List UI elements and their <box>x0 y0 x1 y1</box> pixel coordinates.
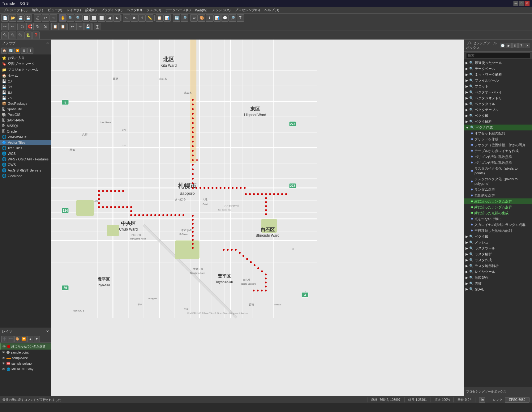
menu-vector[interactable]: ベクタ(O) <box>125 7 144 13</box>
tool-group-file-header[interactable]: ▶ 🔍 ファイルツール <box>464 78 532 83</box>
browser-item-e[interactable]: 💾E:\ <box>0 90 51 95</box>
layer-visibility-toggle[interactable]: 👁 <box>2 367 5 371</box>
next-extent-btn[interactable]: ▶ <box>113 14 121 22</box>
layer-item-sample-line[interactable]: 👁 sample-line <box>0 355 51 361</box>
browser-properties-btn[interactable]: ℹ <box>27 48 33 54</box>
tool-group-database-header[interactable]: ▶ 🔍 データベース <box>464 66 532 72</box>
field-calc-btn[interactable]: ∑ <box>94 23 101 30</box>
plugin3-btn[interactable]: 🔌 <box>17 32 24 39</box>
browser-item-d[interactable]: 💾D:\ <box>0 84 51 90</box>
redo2-btn[interactable]: ↪ <box>76 23 84 30</box>
node-btn[interactable]: ⬡ <box>19 23 26 30</box>
browser-item-favorites[interactable]: ⭐お気に入り <box>0 55 51 61</box>
pan-btn[interactable]: ✋ <box>59 14 66 22</box>
paste-feat-btn[interactable]: 📋 <box>59 23 66 30</box>
select-btn[interactable]: ↖ <box>123 14 130 22</box>
mag-glass-btn[interactable]: 🔎 <box>181 14 188 22</box>
menu-web[interactable]: Web(W) <box>193 8 209 13</box>
tool-group-raster-tools-header[interactable]: ▶ 🔍 ラスタツール <box>464 245 532 251</box>
chart-btn[interactable]: 📊 <box>213 14 221 22</box>
tool-edge-points-gen[interactable]: ✱ 縁に沿った点群の生成 <box>464 210 532 216</box>
tool-group-vector-analysis-header[interactable]: ▶ 🔍 ベクタ解析 <box>464 119 532 125</box>
zoom-selection-btn[interactable]: ⬜ <box>98 14 105 22</box>
browser-item-wms[interactable]: 🌐WMS/WMTS <box>0 134 51 140</box>
undo-btn[interactable]: ↩ <box>42 14 49 22</box>
browser-item-geonode[interactable]: 🌐GeoNode <box>0 173 51 179</box>
zoom-full-btn[interactable]: ⬜ <box>82 14 90 22</box>
browser-collapse-icon[interactable]: ✕ <box>46 41 49 45</box>
tool-edge-random-points[interactable]: ✱ 縁に沿ったランダム点群 <box>464 198 532 204</box>
menu-processing[interactable]: プロセシング(C) <box>233 7 262 13</box>
tool-offset-line[interactable]: ✱ オフセット線の配列 <box>464 130 532 136</box>
browser-collapse-all-btn[interactable]: ⊟ <box>21 48 27 54</box>
remove-layer-btn[interactable]: ➖ <box>8 336 14 342</box>
layer-visibility-toggle[interactable]: 👁 <box>2 350 5 354</box>
rotate-btn[interactable]: ↻ <box>34 23 41 30</box>
attr-table-btn[interactable]: 📋 <box>156 14 163 22</box>
layer-item-sample-polygon[interactable]: 👁 sample-polygon <box>0 361 51 366</box>
browser-home-btn[interactable]: 🏠 <box>1 48 7 54</box>
save-btn[interactable]: 💾 <box>17 14 24 22</box>
browser-item-mssql[interactable]: 🗄MSSQL <box>0 123 51 129</box>
browser-item-project-home[interactable]: 📁プロジェクトホーム <box>0 67 51 73</box>
minimize-button[interactable]: — <box>513 1 518 6</box>
browser-item-xyz[interactable]: 🌐XYZ Tiles <box>0 145 51 151</box>
processing-close-btn[interactable]: ✕ <box>525 43 530 48</box>
tool-table-to-points[interactable]: ✱ テーブルから点レイヤを作成 <box>464 148 532 154</box>
tool-group-gdal-header[interactable]: ▶ 🔍 GDAL <box>464 287 532 292</box>
menu-edit[interactable]: 編集(E) <box>30 7 45 13</box>
tile-btn[interactable]: ⚙ <box>190 14 198 22</box>
browser-item-postgis[interactable]: 🐘PostGIS <box>0 112 51 117</box>
add-layer-btn[interactable]: ➕ <box>1 336 7 342</box>
layer-up-btn[interactable]: ▲ <box>27 336 33 342</box>
processing-run-btn[interactable]: ▶ <box>506 43 512 48</box>
tool-create-grid[interactable]: ✱ グリッドを作成 <box>464 136 532 142</box>
tool-group-mesh-header[interactable]: ▶ 🔍 メッシュ <box>464 240 532 245</box>
print-btn[interactable]: 🖨 <box>34 14 41 22</box>
scale-btn[interactable]: ⇲ <box>42 23 49 30</box>
browser-item-saphana[interactable]: 🗄SAP HANA <box>0 117 51 123</box>
tool-group-vector-create-header[interactable]: ▼ 🔍 ベクタ作成 <box>464 125 532 130</box>
tool-edge-random-points2[interactable]: ✱ 縁に沿ったランダム点群 <box>464 204 532 210</box>
tool-regular-points[interactable]: ✱ 規則的な点群 <box>464 193 532 198</box>
temp-btn[interactable]: 🌡 <box>206 14 213 22</box>
save-edit-btn[interactable]: 💾 <box>84 23 92 30</box>
browser-item-wfs[interactable]: 🌐WFS / OGC API - Features <box>0 156 51 162</box>
snap-btn[interactable]: 🧲 <box>26 23 34 30</box>
layer-item-mierune[interactable]: 👁 🌐 MIERUNE Gray <box>0 366 51 372</box>
text-btn[interactable]: T <box>237 14 244 22</box>
menu-database[interactable]: データベース(D) <box>164 7 192 13</box>
menu-layer[interactable]: レイヤ(L) <box>65 7 83 13</box>
tool-group-network-header[interactable]: ▶ 🔍 ネットワーク解析 <box>464 72 532 78</box>
browser-refresh-btn[interactable]: 🔄 <box>8 48 14 54</box>
tool-group-raster-create-header[interactable]: ▶ 🔍 ラスタ作成 <box>464 257 532 263</box>
tool-group-recent-header[interactable]: ▶ 🔍 最近使ったツール <box>464 60 532 66</box>
save-as-btn[interactable]: 💾 <box>24 14 32 22</box>
measure-btn[interactable]: 📏 <box>146 14 153 22</box>
plugin2-btn[interactable]: 🔌 <box>9 32 16 39</box>
prev-extent-btn[interactable]: ◀ <box>105 14 113 22</box>
browser-item-arcgis[interactable]: 🌐ArcGIS REST Servers <box>0 168 51 173</box>
layer-item-random-points[interactable]: 👁 縁に沿ったランダム点群 <box>0 343 51 350</box>
tool-group-vector-gen2-header[interactable]: ▶ 🔍 ベクタ般 <box>464 234 532 240</box>
menu-raster[interactable]: ラスタ(R) <box>144 7 163 13</box>
browser-item-wcs[interactable]: 🌐WCS <box>0 151 51 156</box>
tool-group-vector-gen-header[interactable]: ▶ 🔍 ベクタ般 <box>464 113 532 119</box>
tool-geotagged-photo[interactable]: ✱ ジオタグ（位置情報）付きの写真 <box>464 142 532 148</box>
plugin1-btn[interactable]: 🔌 <box>1 32 9 39</box>
menu-project[interactable]: プロジェクト(J) <box>1 7 29 13</box>
digitize2-btn[interactable]: ✏ <box>9 23 16 30</box>
browser-item-z[interactable]: 💾Z:\ <box>0 95 51 101</box>
layer-visibility-toggle[interactable]: 👁 <box>2 356 5 360</box>
layer-visibility-toggle[interactable]: 👁 <box>2 345 6 348</box>
browser-item-vector-tiles[interactable]: 🔷Vector Tiles <box>0 140 51 145</box>
processing-help-btn[interactable]: ? <box>518 43 524 48</box>
tool-translate-array[interactable]: ✱ 平行移動した地物の配列 <box>464 228 532 234</box>
menu-plugins[interactable]: プラグイン(P) <box>99 7 124 13</box>
refresh-btn[interactable]: 🔄 <box>173 14 180 22</box>
close-button[interactable]: ✕ <box>525 1 530 6</box>
menu-settings[interactable]: 設定(S) <box>84 7 99 13</box>
processing-search-input[interactable] <box>466 53 530 58</box>
zoom-layer-btn[interactable]: ⬜ <box>90 14 97 22</box>
tool-group-plot-header[interactable]: ▶ 🔍 プロット <box>464 83 532 89</box>
